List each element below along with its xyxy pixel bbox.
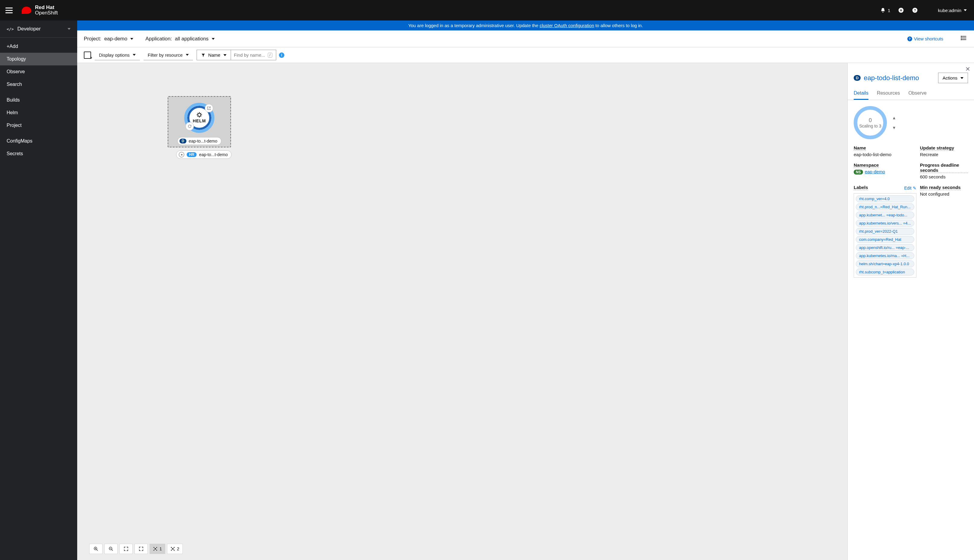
notification-count: 1	[888, 8, 890, 13]
svg-point-8	[961, 40, 962, 40]
display-options-button[interactable]: Display options	[95, 50, 140, 60]
detail-value-update: Recreate	[920, 152, 968, 157]
open-url-icon[interactable]	[205, 104, 213, 112]
layout-1-count: 1	[160, 547, 162, 551]
project-selector[interactable]: Project: eap-demo	[84, 36, 133, 42]
scale-down-button[interactable]: ▾	[893, 125, 895, 130]
tab-observe[interactable]: Observe	[908, 87, 926, 100]
user-name: kube:admin	[938, 8, 961, 13]
info-banner: You are logged in as a temporary adminis…	[77, 20, 974, 30]
nav-item-configmaps[interactable]: ConfigMaps	[0, 135, 77, 147]
label-chip[interactable]: rht.prod_ver=2022-Q1	[856, 228, 914, 235]
layout-1-button[interactable]: 1	[150, 544, 165, 554]
banner-link[interactable]: cluster OAuth configuration	[539, 23, 594, 28]
detail-label-update: Update strategy	[920, 145, 954, 151]
helm-wheel-icon	[193, 112, 205, 118]
fit-to-screen-button[interactable]	[119, 544, 133, 554]
topology-helm-node[interactable]: HELM	[184, 103, 214, 133]
tab-resources[interactable]: Resources	[877, 87, 900, 100]
project-label: Project:	[84, 36, 101, 42]
topology-node-label[interactable]: D eap-to...t-demo	[177, 137, 221, 145]
svg-line-16	[200, 113, 201, 114]
filter-resource-button[interactable]: Filter by resource	[143, 50, 193, 60]
nav-item-search[interactable]: Search	[0, 78, 77, 91]
nav-toggle-button[interactable]	[5, 6, 13, 15]
edit-labels-button[interactable]: Edit ✎	[904, 186, 916, 190]
nav-item-add[interactable]: +Add	[0, 40, 77, 53]
add-button[interactable]	[898, 7, 904, 13]
label-chip[interactable]: helm.sh/chart=eap-xp4-1.0.0	[856, 260, 914, 267]
topology-helm-release-label[interactable]: ⎈ HR eap-to...t-demo	[176, 150, 232, 159]
svg-point-7	[961, 38, 962, 38]
label-chip[interactable]: app.kubernetes.io/ma... =H...	[856, 252, 914, 259]
nav-item-helm[interactable]: Helm	[0, 107, 77, 119]
side-panel: ✕ D eap-todo-list-demo Actions Details	[847, 63, 974, 560]
zoom-in-button[interactable]	[89, 544, 103, 554]
namespace-badge: NS	[854, 170, 863, 175]
perspective-label: Developer	[17, 26, 41, 32]
masthead: Red Hat OpenShift 1 ? kube:admin	[0, 0, 974, 20]
svg-line-19	[97, 550, 98, 551]
svg-line-17	[197, 116, 198, 117]
nav-item-builds[interactable]: Builds	[0, 94, 77, 107]
application-selector[interactable]: Application: all applications	[145, 36, 214, 42]
panel-title: D eap-todo-list-demo	[854, 74, 919, 82]
notifications-button[interactable]: 1	[880, 7, 890, 13]
zoom-out-button[interactable]	[104, 544, 118, 554]
scale-up-button[interactable]: ▴	[893, 115, 895, 120]
close-panel-button[interactable]: ✕	[965, 65, 971, 73]
caret-down-icon	[186, 54, 189, 56]
detail-label-pds: Progress deadline seconds	[920, 162, 968, 173]
view-shortcuts-link[interactable]: ? View shortcuts	[907, 36, 943, 41]
label-chip[interactable]: app.kubernetes.io/vers... =4...	[856, 220, 914, 227]
nav-item-observe[interactable]: Observe	[0, 65, 77, 78]
topology-canvas[interactable]: HELM D eap-to...t-demo ⎈ HR eap-to...t-d…	[77, 63, 847, 560]
label-chip[interactable]: app.kubernet... =eap-todo...	[856, 212, 914, 218]
label-chip[interactable]: rht.subcomp_t=application	[856, 268, 914, 275]
catalog-icon[interactable]	[84, 52, 91, 59]
detail-value-minready: Not configured	[920, 192, 968, 197]
perspective-switcher[interactable]: Developer	[0, 20, 77, 38]
label-chip[interactable]: rht.comp_ver=4.0	[856, 195, 914, 202]
actions-menu-button[interactable]: Actions	[938, 73, 968, 83]
code-icon	[7, 26, 13, 32]
helm-small-icon: ⎈	[179, 152, 184, 157]
label-chip[interactable]: com.company=Red_Hat	[856, 236, 914, 243]
help-icon: ?	[907, 37, 912, 41]
pencil-icon: ✎	[913, 186, 916, 190]
pod-donut: 0 Scaling to 3	[854, 106, 887, 139]
label-chip[interactable]: app.openshift.io/ru... =eap-...	[856, 244, 914, 251]
detail-value-pds: 600 seconds	[920, 174, 968, 179]
svg-line-33	[155, 549, 157, 550]
detail-value-name: eap-todo-list-demo	[854, 152, 916, 157]
nav-item-project[interactable]: Project	[0, 119, 77, 132]
tab-details[interactable]: Details	[854, 87, 869, 100]
detail-label-labels: Labels	[854, 185, 868, 190]
name-filter-type-button[interactable]: Name	[197, 50, 231, 60]
kbd-hint: /	[268, 53, 272, 58]
labels-list: rht.comp_ver=4.0 rht.prod_n...=Red_Hat_R…	[854, 193, 916, 278]
svg-point-6	[961, 36, 962, 37]
help-button[interactable]: ?	[912, 7, 918, 13]
list-view-toggle[interactable]	[961, 35, 967, 43]
user-menu[interactable]: kube:admin	[938, 8, 967, 13]
name-filter-label: Name	[208, 52, 220, 58]
svg-line-30	[154, 547, 155, 549]
helm-release-badge: HR	[187, 152, 197, 157]
nav-item-secrets[interactable]: Secrets	[0, 147, 77, 160]
bell-icon	[880, 7, 886, 13]
panel-title-text[interactable]: eap-todo-list-demo	[864, 74, 919, 82]
brand-line1: Red Hat	[35, 5, 58, 10]
caret-down-icon	[133, 54, 136, 56]
nav-item-topology[interactable]: Topology	[0, 53, 77, 65]
reset-view-button[interactable]	[135, 544, 148, 554]
svg-line-14	[197, 113, 198, 114]
svg-line-32	[154, 549, 155, 550]
layout-2-button[interactable]: 2	[167, 544, 183, 554]
namespace-link[interactable]: eap-demo	[865, 169, 886, 174]
label-chip[interactable]: rht.prod_n...=Red_Hat_Run...	[856, 203, 914, 210]
node-name: eap-to...t-demo	[189, 138, 217, 143]
topology-application-group[interactable]: HELM D eap-to...t-demo	[168, 96, 231, 147]
actions-label: Actions	[942, 75, 957, 80]
info-icon[interactable]: i	[279, 52, 284, 58]
